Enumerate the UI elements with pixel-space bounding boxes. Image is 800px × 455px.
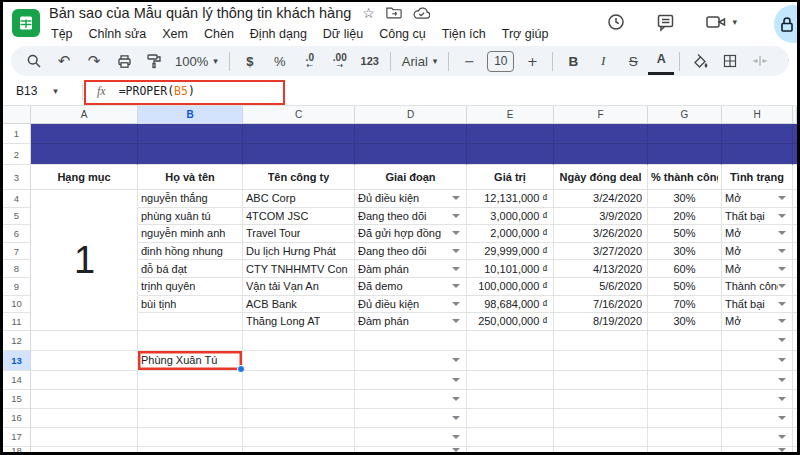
cell-B10[interactable]: bùi tịnh	[138, 296, 243, 314]
cell-C8[interactable]: CTY TNHHMTV Con C	[243, 260, 355, 278]
cell-dropdown-icon[interactable]	[452, 378, 460, 382]
cell-H17[interactable]	[722, 428, 793, 447]
cell-A3[interactable]: Hạng mục	[31, 165, 138, 190]
column-header-C[interactable]: C	[243, 106, 355, 124]
cell-H7[interactable]: Mở	[722, 243, 793, 261]
cell-G17[interactable]	[648, 428, 722, 447]
cell-E16[interactable]	[467, 409, 554, 428]
cell-E18[interactable]	[467, 447, 554, 452]
video-call-button[interactable]: ▾	[705, 13, 737, 31]
cell-G2[interactable]	[648, 144, 722, 165]
cell-C17[interactable]	[243, 428, 355, 447]
cell-E13[interactable]	[467, 351, 554, 371]
cell-dropdown-icon[interactable]	[778, 214, 786, 218]
move-folder-icon[interactable]	[386, 6, 402, 20]
cell-G5[interactable]: 20%	[648, 208, 722, 226]
cell-F14[interactable]	[554, 371, 648, 390]
cell-dropdown-icon[interactable]	[452, 214, 460, 218]
column-header-A[interactable]: A	[31, 106, 138, 124]
cell-F10[interactable]: 7/16/2020	[554, 296, 648, 314]
cell-D4[interactable]: Đủ điều kiện	[355, 190, 467, 208]
cell-F17[interactable]	[554, 428, 648, 447]
cell-F16[interactable]	[554, 409, 648, 428]
strikethrough-button[interactable]: S	[618, 49, 648, 73]
row-header-7[interactable]: 7	[3, 243, 31, 261]
menu-tro-giup[interactable]: Trợ giúp	[494, 25, 557, 43]
cell-A16[interactable]	[31, 409, 138, 428]
cell-E15[interactable]	[467, 390, 554, 409]
cell-A5[interactable]	[31, 208, 138, 226]
cell-G7[interactable]: 30%	[648, 243, 722, 261]
cell-dropdown-icon[interactable]	[452, 358, 460, 362]
cell-B2[interactable]	[138, 144, 243, 165]
cell-B16[interactable]	[138, 409, 243, 428]
cell-H10[interactable]: Thất bại	[722, 296, 793, 314]
cell-B13[interactable]: Phùng Xuân Tú	[138, 351, 243, 371]
cell-dropdown-icon[interactable]	[452, 284, 460, 288]
cell-D18[interactable]	[355, 447, 467, 452]
cell-D9[interactable]: Đã demo	[355, 278, 467, 296]
cell-F11[interactable]: 8/19/2020	[554, 313, 648, 331]
share-button[interactable]	[774, 5, 797, 43]
cell-dropdown-icon[interactable]	[452, 435, 460, 439]
column-header-G[interactable]: G	[648, 106, 722, 124]
cell-G13[interactable]	[648, 351, 722, 371]
cell-F8[interactable]: 4/13/2020	[554, 260, 648, 278]
cell-E6[interactable]: 2,000,000 ₫	[467, 225, 554, 243]
cell-F4[interactable]: 3/24/2020	[554, 190, 648, 208]
column-header-F[interactable]: F	[554, 106, 648, 124]
cell-D15[interactable]	[355, 390, 467, 409]
cell-A12[interactable]	[31, 331, 138, 351]
row-header-18[interactable]: 18	[3, 447, 31, 452]
cell-E11[interactable]: 250,000,000 ₫	[467, 313, 554, 331]
row-header-4[interactable]: 4	[3, 190, 31, 208]
cell-G3[interactable]: % thành công	[648, 165, 722, 190]
cell-D16[interactable]	[355, 409, 467, 428]
font-select[interactable]: Arial ▾	[396, 49, 444, 73]
menu-tien-ich[interactable]: Tiện ích	[434, 25, 494, 43]
cell-A1[interactable]	[31, 124, 138, 144]
cell-H13[interactable]	[722, 351, 793, 371]
cell-D3[interactable]: Giai đoạn	[355, 165, 467, 190]
cell-F12[interactable]	[554, 331, 648, 351]
cell-G14[interactable]	[648, 371, 722, 390]
cell-dropdown-icon[interactable]	[452, 302, 460, 306]
cell-C9[interactable]: Vận tải Vạn An	[243, 278, 355, 296]
row-header-13[interactable]: 13	[3, 351, 31, 371]
menu-chinh-sua[interactable]: Chỉnh sửa	[81, 25, 155, 43]
cell-dropdown-icon[interactable]	[778, 416, 786, 420]
cell-dropdown-icon[interactable]	[778, 319, 786, 323]
cell-D5[interactable]: Đang theo dõi	[355, 208, 467, 226]
cell-B15[interactable]	[138, 390, 243, 409]
cell-G9[interactable]: 50%	[648, 278, 722, 296]
cell-A2[interactable]	[31, 144, 138, 165]
cell-dropdown-icon[interactable]	[778, 302, 786, 306]
cell-A8[interactable]	[31, 260, 138, 278]
version-history-icon[interactable]	[606, 12, 626, 32]
cell-D14[interactable]	[355, 371, 467, 390]
sheets-logo-icon[interactable]	[12, 9, 40, 37]
cell-dropdown-icon[interactable]	[778, 267, 786, 271]
row-header-10[interactable]: 10	[3, 296, 31, 314]
row-header-14[interactable]: 14	[3, 371, 31, 390]
cell-B12[interactable]	[138, 331, 243, 351]
cell-F6[interactable]: 3/26/2020	[554, 225, 648, 243]
cell-C4[interactable]: ABC Corp	[243, 190, 355, 208]
cell-F13[interactable]	[554, 351, 648, 371]
cell-E5[interactable]: 3,000,000 ₫	[467, 208, 554, 226]
row-header-15[interactable]: 15	[3, 390, 31, 409]
cell-C6[interactable]: Travel Tour	[243, 225, 355, 243]
cell-A17[interactable]	[31, 428, 138, 447]
cell-H11[interactable]: Mở	[722, 313, 793, 331]
row-header-8[interactable]: 8	[3, 260, 31, 278]
cell-B6[interactable]: nguyễn minh anh	[138, 225, 243, 243]
cell-H18[interactable]	[722, 447, 793, 452]
redo-icon[interactable]: ↷	[79, 49, 109, 73]
cell-D7[interactable]: Đang theo dõi	[355, 243, 467, 261]
cell-F15[interactable]	[554, 390, 648, 409]
cell-G8[interactable]: 60%	[648, 260, 722, 278]
cell-B1[interactable]	[138, 124, 243, 144]
cell-F9[interactable]: 5/6/2020	[554, 278, 648, 296]
cell-C16[interactable]	[243, 409, 355, 428]
cell-E7[interactable]: 29,999,000 ₫	[467, 243, 554, 261]
